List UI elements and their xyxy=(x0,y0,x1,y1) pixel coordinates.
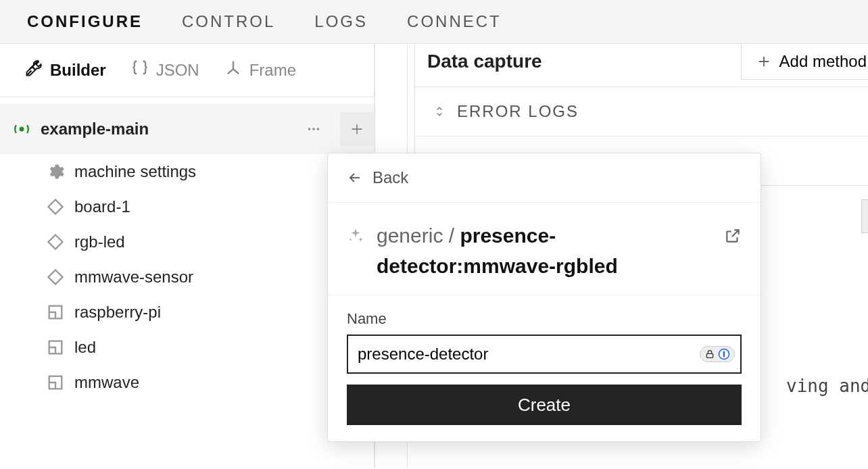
arrow-left-icon xyxy=(347,170,363,186)
tree-header-main[interactable]: example-main xyxy=(0,104,374,154)
add-method-label: Add method xyxy=(779,52,867,71)
svg-rect-11 xyxy=(723,351,725,357)
mode-json-label: JSON xyxy=(156,61,199,80)
create-button[interactable]: Create xyxy=(347,385,742,425)
mode-bar: Builder JSON Frame xyxy=(0,44,374,97)
diamond-icon xyxy=(46,232,65,251)
add-component-popup: Back generic / presence-detector:mmwave-… xyxy=(327,153,761,442)
braces-icon xyxy=(130,59,149,82)
mode-builder-label: Builder xyxy=(50,61,106,80)
mode-builder[interactable]: Builder xyxy=(24,59,106,82)
axes-icon xyxy=(224,59,243,82)
tree-item-label: machine settings xyxy=(74,162,196,181)
tree-item-label: mmwave xyxy=(74,373,139,392)
mode-frame[interactable]: Frame xyxy=(224,59,296,82)
sparkle-icon xyxy=(347,227,364,247)
plus-icon xyxy=(756,54,771,69)
module-icon xyxy=(46,373,65,392)
tab-configure[interactable]: CONFIGURE xyxy=(27,12,143,31)
module-icon xyxy=(46,303,65,322)
tree-header-label: example-main xyxy=(41,120,149,139)
svg-point-3 xyxy=(317,128,320,130)
sidebar: Builder JSON Frame example-main xyxy=(0,44,375,468)
more-button[interactable] xyxy=(297,112,331,146)
data-capture-title: Data capture xyxy=(427,51,542,72)
add-method-button[interactable]: Add method xyxy=(741,44,868,80)
tree-item-led[interactable]: led xyxy=(0,330,374,365)
tree-item-label: rgb-led xyxy=(74,232,125,251)
tab-control[interactable]: CONTROL xyxy=(182,12,275,31)
error-logs-label: ERROR LOGS xyxy=(457,102,579,121)
tree-item-mmwave-sensor[interactable]: mmwave-sensor xyxy=(0,260,374,295)
gear-icon xyxy=(46,162,65,181)
tree-item-raspberry-pi[interactable]: raspberry-pi xyxy=(0,295,374,330)
tree-item-board-1[interactable]: board-1 xyxy=(0,189,374,224)
tree-item-mmwave[interactable]: mmwave xyxy=(0,365,374,400)
tree-item-label: raspberry-pi xyxy=(74,303,161,322)
mode-frame-label: Frame xyxy=(249,61,296,80)
back-button[interactable]: Back xyxy=(328,153,761,203)
password-manager-icons xyxy=(700,346,735,362)
svg-point-2 xyxy=(312,128,315,130)
svg-rect-9 xyxy=(706,353,713,357)
svg-point-0 xyxy=(20,127,24,132)
diamond-icon xyxy=(46,197,65,216)
error-logs-section[interactable]: ERROR LOGS xyxy=(415,87,868,136)
name-input[interactable] xyxy=(358,336,700,372)
mode-json[interactable]: JSON xyxy=(130,59,199,82)
lock-icon xyxy=(704,349,715,360)
component-type-title: generic / presence-detector:mmwave-rgble… xyxy=(377,220,712,281)
tab-connect[interactable]: CONNECT xyxy=(407,12,502,31)
diamond-icon xyxy=(46,268,65,287)
module-icon xyxy=(46,338,65,357)
component-tree: example-main machine settings board-1 r xyxy=(0,97,374,400)
external-link-button[interactable] xyxy=(724,227,742,247)
component-category: generic xyxy=(377,224,443,247)
wrench-icon xyxy=(24,59,43,82)
svg-point-1 xyxy=(308,128,311,130)
pause-icon[interactable] xyxy=(861,199,868,233)
name-field-label: Name xyxy=(347,310,742,328)
tree-item-label: mmwave-sensor xyxy=(74,268,193,287)
tree-item-machine-settings[interactable]: machine settings xyxy=(0,154,374,189)
tree-item-label: board-1 xyxy=(74,197,130,216)
add-component-button[interactable] xyxy=(340,112,374,146)
sort-icon xyxy=(433,105,446,118)
onepassword-icon xyxy=(718,348,730,360)
tree-item-label: led xyxy=(74,338,96,357)
tab-logs[interactable]: LOGS xyxy=(314,12,368,31)
back-label: Back xyxy=(372,168,408,187)
name-input-wrapper xyxy=(347,335,742,374)
tree-item-rgb-led[interactable]: rgb-led xyxy=(0,224,374,260)
signal-icon xyxy=(12,120,31,139)
top-tabs: CONFIGURE CONTROL LOGS CONNECT xyxy=(0,0,868,44)
